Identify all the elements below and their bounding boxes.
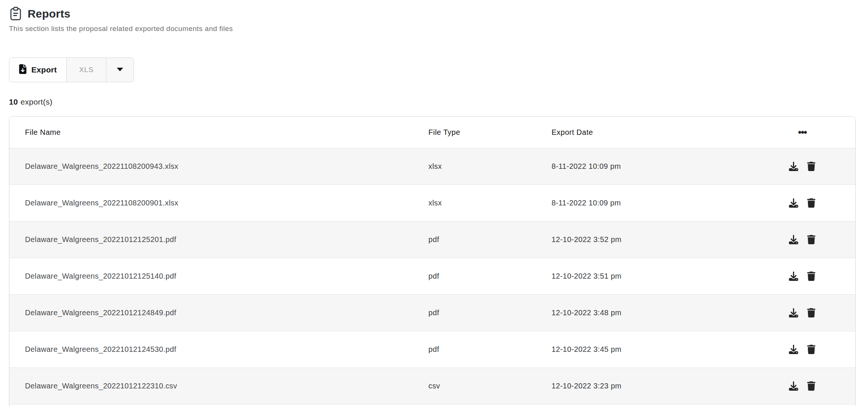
file-name-cell: Delaware_Walgreens_20221108200943.xlsx — [25, 162, 428, 171]
table-body: Delaware_Walgreens_20221108200943.xlsx x… — [9, 148, 855, 405]
trash-icon[interactable] — [806, 198, 817, 209]
export-date-cell: 12-10-2022 3:48 pm — [552, 309, 749, 317]
download-icon[interactable] — [788, 381, 799, 392]
trash-icon[interactable] — [806, 344, 817, 355]
row-actions-cell — [749, 344, 855, 355]
download-icon[interactable] — [788, 307, 799, 319]
file-type-cell: csv — [428, 382, 552, 390]
trash-icon[interactable] — [806, 271, 817, 282]
export-date-cell: 12-10-2022 3:52 pm — [552, 235, 749, 244]
section-subtitle: This section lists the proposal related … — [9, 24, 856, 34]
table-row: Delaware_Walgreens_20221012125201.pdf pd… — [9, 221, 855, 258]
clipboard-icon — [9, 6, 22, 21]
trash-icon[interactable] — [806, 307, 817, 319]
columns-menu-button[interactable]: ••• — [798, 127, 807, 138]
file-type-cell: pdf — [428, 345, 552, 354]
table-row: Delaware_Walgreens_20221012122310.csv cs… — [9, 368, 855, 405]
page-title: Reports — [28, 7, 71, 20]
file-download-icon — [19, 64, 26, 76]
download-icon[interactable] — [788, 234, 799, 245]
export-dropdown-button[interactable] — [106, 58, 134, 82]
table-header-row: File Name File Type Export Date ••• — [9, 117, 855, 148]
export-count-number: 10 — [9, 97, 18, 106]
caret-down-icon — [116, 67, 124, 73]
export-count-suffix: export(s) — [21, 97, 53, 106]
export-date-cell: 8-11-2022 10:09 pm — [552, 162, 749, 171]
export-date-cell: 12-10-2022 3:45 pm — [552, 345, 749, 354]
download-icon[interactable] — [788, 271, 799, 282]
export-button-label: Export — [31, 65, 57, 74]
export-date-cell: 12-10-2022 3:51 pm — [552, 272, 749, 281]
table-row: Delaware_Walgreens_20221012125140.pdf pd… — [9, 258, 855, 295]
file-type-cell: pdf — [428, 272, 552, 281]
table-row: Delaware_Walgreens_20221012124849.pdf pd… — [9, 295, 855, 331]
file-name-cell: Delaware_Walgreens_20221012124530.pdf — [25, 345, 428, 354]
file-name-cell: Delaware_Walgreens_20221108200901.xlsx — [25, 199, 428, 207]
file-name-cell: Delaware_Walgreens_20221012125201.pdf — [25, 235, 428, 244]
export-count: 10export(s) — [9, 96, 856, 108]
trash-icon[interactable] — [806, 381, 817, 392]
exports-table: File Name File Type Export Date ••• Dela… — [9, 116, 856, 406]
ellipsis-icon: ••• — [798, 127, 807, 138]
file-type-cell: xlsx — [428, 199, 552, 207]
file-type-cell: pdf — [428, 235, 552, 244]
export-button-group: Export XLS — [9, 58, 134, 82]
export-format-label[interactable]: XLS — [66, 58, 106, 82]
download-icon[interactable] — [788, 344, 799, 355]
column-header-file-name: File Name — [25, 128, 428, 137]
column-header-export-date: Export Date — [552, 128, 749, 137]
row-actions-cell — [749, 198, 855, 209]
file-name-cell: Delaware_Walgreens_20221012124849.pdf — [25, 309, 428, 317]
section-header: Reports — [9, 5, 856, 22]
file-name-cell: Delaware_Walgreens_20221012122310.csv — [25, 382, 428, 390]
file-type-cell: pdf — [428, 309, 552, 317]
file-name-cell: Delaware_Walgreens_20221012125140.pdf — [25, 272, 428, 281]
trash-icon[interactable] — [806, 234, 817, 245]
download-icon[interactable] — [788, 161, 799, 172]
row-actions-cell — [749, 307, 855, 319]
row-actions-cell — [749, 271, 855, 282]
table-row: Delaware_Walgreens_20221108200943.xlsx x… — [9, 148, 855, 185]
row-actions-cell — [749, 234, 855, 245]
export-button[interactable]: Export — [9, 58, 67, 82]
trash-icon[interactable] — [806, 161, 817, 172]
row-actions-cell — [749, 381, 855, 392]
table-row: Delaware_Walgreens_20221012124530.pdf pd… — [9, 331, 855, 368]
export-date-cell: 12-10-2022 3:23 pm — [552, 382, 749, 390]
table-row: Delaware_Walgreens_20221108200901.xlsx x… — [9, 185, 855, 221]
file-type-cell: xlsx — [428, 162, 552, 171]
download-icon[interactable] — [788, 198, 799, 209]
reports-section: Reports This section lists the proposal … — [0, 0, 868, 406]
export-date-cell: 8-11-2022 10:09 pm — [552, 199, 749, 207]
row-actions-cell — [749, 161, 855, 172]
column-header-file-type: File Type — [428, 128, 552, 137]
